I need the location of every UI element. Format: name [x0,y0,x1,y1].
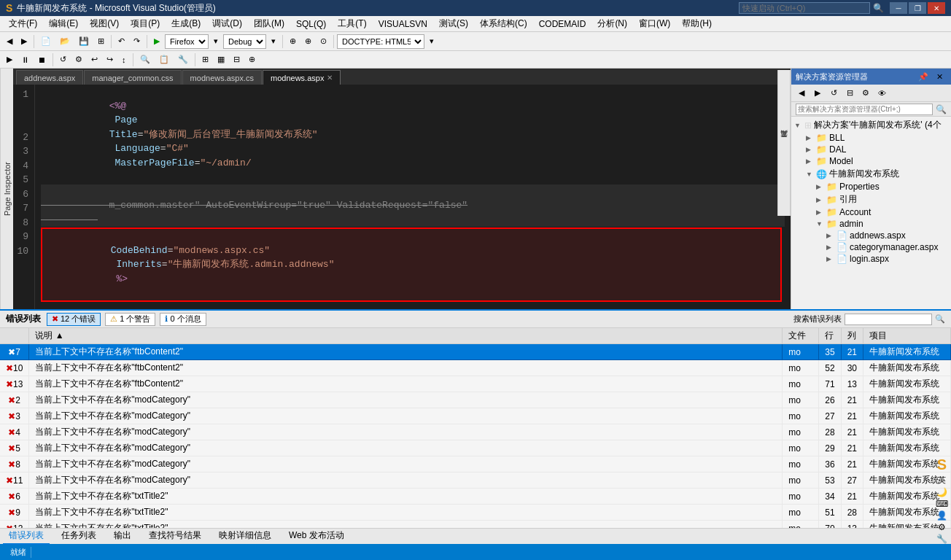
tree-account[interactable]: ▶ 📁 Account [791,206,951,218]
tree-properties[interactable]: ▶ 📁 Properties [791,181,951,192]
menu-window[interactable]: 窗口(W) [633,16,676,31]
forward-button[interactable]: ▶ [18,34,31,50]
sol-show-all-btn[interactable]: 👁 [874,87,889,100]
sol-forward-btn[interactable]: ▶ [810,87,825,100]
table-row[interactable]: ✖12 当前上下文中不存在名称"txtTitle2" mo 70 13 牛腩新闻… [0,521,951,529]
menu-project[interactable]: 项目(P) [125,16,166,31]
menu-test[interactable]: 测试(S) [433,16,474,31]
tb-btn-7[interactable]: ⊙ [317,34,330,50]
tree-ref[interactable]: ▶ 📁 引用 [791,192,951,206]
tree-model[interactable]: ▶ 📁 Model [791,155,951,167]
menu-sql[interactable]: SQL(Q) [290,18,332,31]
start-button[interactable]: ▶ [150,34,163,50]
code-editor[interactable]: 1 2 3 4 5 6 7 8 9 10 < [13,85,791,309]
tb-btn-6[interactable]: ⊕ [301,34,315,50]
menu-view[interactable]: 视图(V) [84,16,125,31]
warn-filter-btn[interactable]: ⚠ 1 个警告 [105,313,155,326]
tree-bll[interactable]: ▶ 📁 BLL [791,132,951,144]
col-desc[interactable]: 说明 ▲ [29,328,783,344]
btab-web-publish[interactable]: Web 发布活动 [283,528,350,545]
restore-button[interactable]: ❐ [909,2,926,14]
undo-button[interactable]: ↶ [114,34,128,50]
debug-dropdown[interactable]: ▾ [210,34,222,50]
open-button[interactable]: 📂 [56,34,74,50]
tb2-btn4[interactable]: ↺ [56,52,70,68]
tb2-btn15[interactable]: ⊕ [245,52,259,68]
tb2-btn1[interactable]: ▶ [3,52,16,68]
tb2-btn10[interactable]: 📋 [155,52,173,68]
tb2-btn3[interactable]: ⏹ [34,52,50,68]
tb-btn-5[interactable]: ⊕ [286,34,300,50]
col-col[interactable]: 列 [841,328,863,344]
save-button[interactable]: 💾 [75,34,93,50]
quick-launch-input[interactable] [739,2,870,14]
tree-admin[interactable]: ▼ 📁 admin [791,218,951,230]
close-tab-icon[interactable]: ✕ [327,74,333,82]
tb2-btn12[interactable]: ⊞ [198,52,212,68]
error-table[interactable]: 说明 ▲ 文件 行 列 项目 ✖7 当前上下文中不存在名称"ftbContent… [0,328,951,528]
config-arrow[interactable]: ▾ [268,34,279,50]
menu-arch[interactable]: 体系结构(C) [474,16,533,31]
sol-refresh-btn[interactable]: ↺ [826,87,841,100]
tab-manager-css[interactable]: manager_common.css [84,70,181,85]
close-button[interactable]: ✕ [928,2,945,14]
menu-help[interactable]: 帮助(H) [676,16,718,31]
info-filter-btn[interactable]: ℹ 0 个消息 [160,313,206,326]
tree-main-project[interactable]: ▼ 🌐 牛腩新闻发布系统 [791,167,951,181]
browser-dropdown[interactable]: Firefox [165,34,209,49]
save-all-button[interactable]: ⊞ [94,34,108,50]
table-row[interactable]: ✖6 当前上下文中不存在名称"txtTitle2" mo 34 21 牛腩新闻发… [0,489,951,505]
toolbox-panel[interactable]: 工具箱 [777,70,791,216]
table-row[interactable]: ✖5 当前上下文中不存在名称"modCategory" mo 29 21 牛腩新… [0,440,951,456]
new-file-button[interactable]: 📄 [37,34,55,50]
menu-visualsvn[interactable]: VISUALSVN [373,18,433,31]
tb2-btn7[interactable]: ↪ [103,52,117,68]
tb2-btn14[interactable]: ⊟ [230,52,244,68]
table-row[interactable]: ✖3 当前上下文中不存在名称"modCategory" mo 27 21 牛腩新… [0,408,951,424]
menu-analysis[interactable]: 分析(N) [591,16,633,31]
sol-back-btn[interactable]: ◀ [794,87,809,100]
btab-errors[interactable]: 错误列表 [3,528,50,545]
tree-catmgr[interactable]: ▶ 📄 categorymanager.aspx [791,241,951,253]
code-content[interactable]: <%@ Page Title="修改新闻_后台管理_牛腩新闻发布系统" Lang… [35,85,791,309]
menu-tools[interactable]: 工具(T) [332,16,372,31]
tb2-btn6[interactable]: ↩ [88,52,101,68]
tree-solution-root[interactable]: ▼ ⊞ 解决方案'牛腩新闻发布系统' (4个 [791,118,951,132]
tb2-btn13[interactable]: ▦ [214,52,228,68]
tab-modnews-aspx[interactable]: modnews.aspx ✕ [263,70,341,85]
col-project[interactable]: 项目 [863,328,951,344]
menu-edit[interactable]: 编辑(E) [43,16,84,31]
col-empty[interactable] [0,328,29,344]
redo-button[interactable]: ↷ [130,34,144,50]
col-file[interactable]: 文件 [783,328,819,344]
page-inspector-panel[interactable]: Page Inspector [0,69,13,309]
tree-dal[interactable]: ▶ 📁 DAL [791,144,951,155]
sol-collapse-btn[interactable]: ⊟ [842,87,857,100]
solution-search-input[interactable] [796,104,933,115]
doctype-dropdown[interactable]: DOCTYPE: HTML5 [337,34,424,49]
menu-file[interactable]: 文件(F) [3,16,43,31]
tree-login[interactable]: ▶ 📄 login.aspx [791,253,951,265]
table-row[interactable]: ✖4 当前上下文中不存在名称"modCategory" mo 28 21 牛腩新… [0,424,951,440]
error-filter-btn[interactable]: ✖ 12 个错误 [47,313,101,326]
tab-modnews-cs[interactable]: modnews.aspx.cs [182,70,262,85]
table-row[interactable]: ✖7 当前上下文中不存在名称"ftbContent2" mo 35 21 牛腩新… [0,344,951,360]
menu-team[interactable]: 团队(M) [248,16,290,31]
menu-debug[interactable]: 调试(D) [206,16,248,31]
table-row[interactable]: ✖2 当前上下文中不存在名称"modCategory" mo 26 21 牛腩新… [0,392,951,408]
tb2-btn5[interactable]: ⚙ [71,52,86,68]
table-row[interactable]: ✖10 当前上下文中不存在名称"ftbContent2" mo 52 30 牛腩… [0,360,951,376]
btab-map-detail[interactable]: 映射详细信息 [213,528,277,545]
tab-addnews[interactable]: addnews.aspx [16,70,83,85]
tb2-btn9[interactable]: 🔍 [136,52,154,68]
error-search-input[interactable] [845,314,932,325]
config-dropdown[interactable]: Debug [223,34,266,49]
col-line[interactable]: 行 [819,328,841,344]
minimize-button[interactable]: ─ [890,2,907,14]
sol-props-btn[interactable]: ⚙ [858,87,873,100]
table-row[interactable]: ✖9 当前上下文中不存在名称"txtTitle2" mo 51 28 牛腩新闻发… [0,505,951,521]
menu-codemaid[interactable]: CODEMAID [533,18,592,31]
table-row[interactable]: ✖13 当前上下文中不存在名称"ftbContent2" mo 71 13 牛腩… [0,376,951,392]
table-row[interactable]: ✖8 当前上下文中不存在名称"modCategory" mo 36 21 牛腩新… [0,456,951,472]
doctype-arrow[interactable]: ▾ [426,34,438,50]
